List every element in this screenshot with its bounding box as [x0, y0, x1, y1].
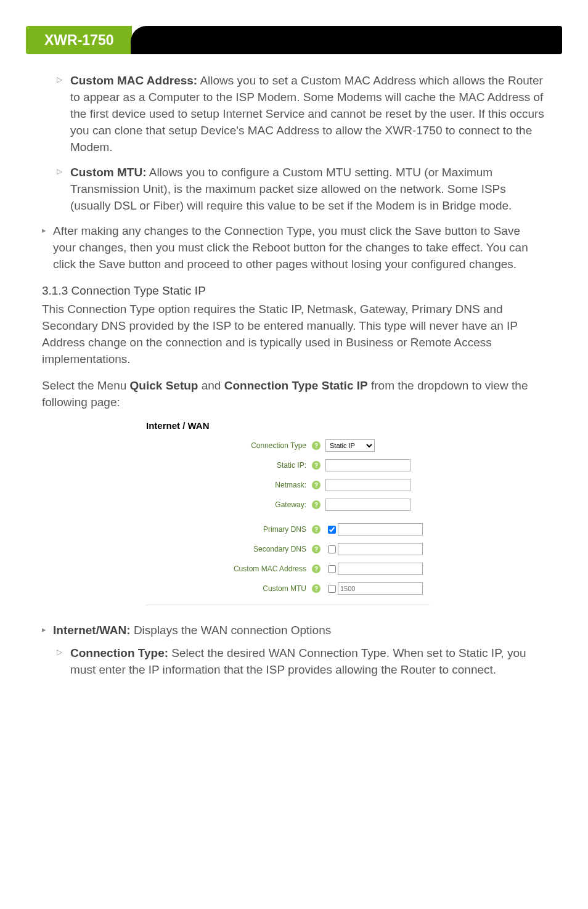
header-black-bar — [131, 26, 562, 54]
label-primary-dns: Primary DNS — [146, 525, 310, 534]
custom-mac-checkbox[interactable] — [328, 565, 336, 573]
netmask-input[interactable] — [325, 479, 410, 491]
label-custom-mac-field: Custom MAC Address — [146, 565, 310, 573]
section-para1: This Connection Type option requires the… — [42, 301, 546, 368]
row-gateway: Gateway: ? — [146, 495, 442, 515]
gateway-input[interactable] — [325, 499, 410, 511]
row-secondary-dns: Secondary DNS ? — [146, 539, 442, 559]
label-connection-type-desc: Connection Type: — [70, 646, 168, 659]
help-icon[interactable]: ? — [312, 500, 321, 509]
main-content: Custom MAC Address: Allows you to set a … — [0, 73, 588, 679]
panel-title: Internet / WAN — [146, 420, 442, 431]
p2d: Connection Type Static IP — [224, 379, 368, 392]
custom-mtu-input[interactable] — [338, 582, 423, 595]
help-icon[interactable]: ? — [312, 565, 321, 573]
label-static-ip: Static IP: — [146, 461, 310, 470]
bullet-custom-mtu: Custom MTU: Allows you to configure a Cu… — [53, 165, 546, 214]
bullet-internet-wan: Internet/WAN: Displays the WAN connectio… — [42, 622, 546, 679]
label-gateway: Gateway: — [146, 500, 310, 509]
primary-dns-checkbox[interactable] — [328, 526, 336, 534]
panel-divider — [146, 605, 430, 605]
help-icon[interactable]: ? — [312, 481, 321, 489]
row-static-ip: Static IP: ? — [146, 455, 442, 475]
text-after-changes: After making any changes to the Connecti… — [53, 224, 528, 271]
text-internet-wan: Displays the WAN connection Options — [131, 624, 332, 637]
section-para2: Select the Menu Quick Setup and Connecti… — [42, 378, 546, 411]
help-icon[interactable]: ? — [312, 525, 321, 534]
label-netmask: Netmask: — [146, 481, 310, 489]
bullet-after-changes: After making any changes to the Connecti… — [42, 223, 546, 273]
help-icon[interactable]: ? — [312, 461, 321, 470]
p2b: Quick Setup — [130, 379, 198, 392]
bullet-custom-mac: Custom MAC Address: Allows you to set a … — [53, 73, 546, 156]
label-secondary-dns: Secondary DNS — [146, 545, 310, 553]
primary-dns-input[interactable] — [338, 523, 423, 536]
label-internet-wan: Internet/WAN: — [53, 624, 131, 637]
label-connection-type: Connection Type — [146, 441, 310, 450]
connection-type-select[interactable]: Static IP — [325, 439, 375, 452]
label-custom-mtu: Custom MTU: — [70, 166, 146, 179]
label-custom-mtu-field: Custom MTU — [146, 584, 310, 593]
header-model-badge: XWR-1750 — [26, 26, 132, 54]
p2a: Select the Menu — [42, 379, 130, 392]
help-icon[interactable]: ? — [312, 441, 321, 450]
secondary-dns-checkbox[interactable] — [328, 545, 336, 553]
model-title: XWR-1750 — [44, 32, 113, 49]
page-header: XWR-1750 — [26, 26, 562, 54]
custom-mtu-checkbox[interactable] — [328, 585, 336, 593]
section-heading: 3.1.3 Connection Type Static IP — [42, 284, 546, 298]
help-icon[interactable]: ? — [312, 545, 321, 553]
static-ip-input[interactable] — [325, 459, 410, 471]
row-primary-dns: Primary DNS ? — [146, 520, 442, 539]
help-icon[interactable]: ? — [312, 584, 321, 593]
bullet-connection-type: Connection Type: Select the desired WAN … — [53, 645, 546, 679]
row-custom-mtu: Custom MTU ? — [146, 579, 442, 598]
label-custom-mac: Custom MAC Address: — [70, 74, 197, 87]
secondary-dns-input[interactable] — [338, 543, 423, 555]
row-netmask: Netmask: ? — [146, 475, 442, 495]
p2c: and — [198, 379, 224, 392]
settings-panel: Internet / WAN Connection Type ? Static … — [146, 420, 442, 605]
custom-mac-input[interactable] — [338, 563, 423, 575]
row-custom-mac: Custom MAC Address ? — [146, 559, 442, 579]
row-connection-type: Connection Type ? Static IP — [146, 436, 442, 455]
